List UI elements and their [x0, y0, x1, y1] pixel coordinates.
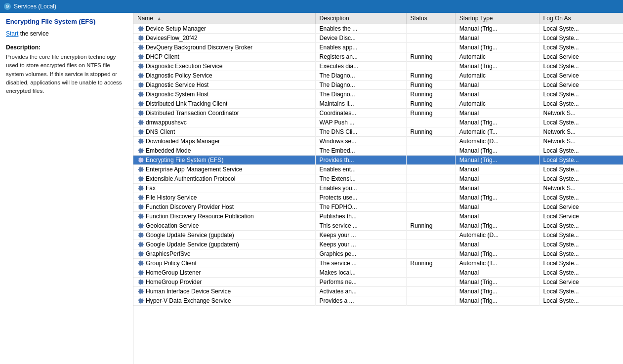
service-status-cell: Running: [406, 90, 455, 99]
table-row[interactable]: Hyper-V Data Exchange ServiceProvides a …: [133, 296, 623, 306]
service-name-text: Hyper-V Data Exchange Service: [146, 297, 231, 304]
service-name-text: Diagnostic Service Host: [146, 81, 208, 88]
table-row[interactable]: Downloaded Maps ManagerWindows se...Auto…: [133, 137, 623, 146]
service-name-cell: Function Discovery Resource Publication: [133, 212, 315, 221]
service-logon-cell: Local Service: [539, 202, 623, 212]
service-status-cell: [406, 118, 455, 127]
sort-arrow-name: ▲: [157, 16, 162, 21]
service-desc-cell: The Diagno...: [315, 71, 406, 81]
service-startup-cell: Manual: [455, 109, 539, 118]
service-startup-cell: Manual (Trig...: [455, 43, 539, 52]
service-status-cell: [406, 156, 455, 165]
table-row[interactable]: Encrypting File System (EFS)Provides th.…: [133, 156, 623, 165]
service-icon: [137, 269, 144, 276]
service-status-cell: [406, 146, 455, 156]
table-row[interactable]: dmwappushsvcWAP Push ...Manual (Trig...L…: [133, 118, 623, 127]
service-startup-cell: Automatic (D...: [455, 231, 539, 240]
service-status-cell: Running: [406, 52, 455, 62]
service-startup-cell: Manual (Trig...: [455, 24, 539, 34]
service-logon-cell: Local Syste...: [539, 240, 623, 249]
table-row[interactable]: HomeGroup ListenerMakes local...ManualLo…: [133, 268, 623, 278]
table-row[interactable]: Human Interface Device ServiceActivates …: [133, 287, 623, 296]
table-row[interactable]: Diagnostic Execution ServiceExecutes dia…: [133, 62, 623, 71]
table-row[interactable]: Google Update Service (gupdatem)Keeps yo…: [133, 240, 623, 249]
table-row[interactable]: Distributed Transaction CoordinatorCoord…: [133, 109, 623, 118]
service-desc-cell: Windows se...: [315, 137, 406, 146]
service-status-cell: [406, 43, 455, 52]
service-status-cell: Running: [406, 221, 455, 231]
table-row[interactable]: Enterprise App Management ServiceEnables…: [133, 165, 623, 174]
service-startup-cell: Manual (Trig...: [455, 156, 539, 165]
service-name-cell: Enterprise App Management Service: [133, 165, 315, 174]
service-desc-cell: Enables ent...: [315, 165, 406, 174]
service-name-cell: DevicesFlow_20f42: [133, 34, 315, 43]
service-name-text: Fax: [146, 185, 156, 192]
service-startup-cell: Manual (Trig...: [455, 287, 539, 296]
service-startup-cell: Manual (Trig...: [455, 296, 539, 306]
table-row[interactable]: GraphicsPerfSvcGraphics pe...Manual (Tri…: [133, 249, 623, 259]
table-row[interactable]: DevicesFlow_20f42Device Disc...ManualLoc…: [133, 34, 623, 43]
start-link[interactable]: Start: [6, 30, 18, 37]
service-name-text: Google Update Service (gupdate): [146, 232, 234, 239]
col-header-description[interactable]: Description: [315, 13, 406, 24]
table-row[interactable]: File History ServiceProtects use...Manua…: [133, 193, 623, 202]
table-row[interactable]: Function Discovery Resource PublicationP…: [133, 212, 623, 221]
service-logon-cell: Local Syste...: [539, 118, 623, 127]
table-row[interactable]: Extensible Authentication ProtocolThe Ex…: [133, 174, 623, 184]
service-icon: [137, 110, 144, 117]
service-logon-cell: Local Service: [539, 81, 623, 90]
service-status-cell: [406, 212, 455, 221]
col-header-logon[interactable]: Log On As: [539, 13, 623, 24]
service-name-cell: Diagnostic Policy Service: [133, 71, 315, 81]
service-name-cell: Downloaded Maps Manager: [133, 137, 315, 146]
service-name-cell: Geolocation Service: [133, 221, 315, 231]
col-header-status[interactable]: Status: [406, 13, 455, 24]
col-header-name[interactable]: Name ▲: [133, 13, 315, 24]
service-logon-cell: Network S...: [539, 184, 623, 193]
service-desc-cell: Makes local...: [315, 268, 406, 278]
service-status-cell: Running: [406, 71, 455, 81]
service-status-cell: [406, 231, 455, 240]
service-status-cell: Running: [406, 81, 455, 90]
panel-title: Encrypting File System (EFS): [6, 18, 127, 25]
service-icon: [137, 157, 144, 163]
table-row[interactable]: FaxEnables you...ManualNetwork S...: [133, 184, 623, 193]
service-name-text: Diagnostic Policy Service: [146, 72, 212, 79]
service-icon: [137, 147, 144, 154]
service-startup-cell: Manual: [455, 268, 539, 278]
service-logon-cell: Local Syste...: [539, 146, 623, 156]
table-row[interactable]: Embedded ModeThe Embed...Manual (Trig...…: [133, 146, 623, 156]
table-row[interactable]: DNS ClientThe DNS Cli...RunningAutomatic…: [133, 127, 623, 137]
table-row[interactable]: Geolocation ServiceThis service ...Runni…: [133, 221, 623, 231]
service-icon: [137, 185, 144, 192]
service-logon-cell: Local Syste...: [539, 249, 623, 259]
service-logon-cell: Local Syste...: [539, 24, 623, 34]
table-row[interactable]: Device Setup ManagerEnables the ...Manua…: [133, 24, 623, 34]
table-row[interactable]: Google Update Service (gupdate)Keeps you…: [133, 231, 623, 240]
table-row[interactable]: Diagnostic Service HostThe Diagno...Runn…: [133, 81, 623, 90]
table-row[interactable]: Distributed Link Tracking ClientMaintain…: [133, 99, 623, 109]
service-desc-cell: Performs ne...: [315, 278, 406, 287]
table-row[interactable]: Diagnostic Policy ServiceThe Diagno...Ru…: [133, 71, 623, 81]
titlebar-label: Services (Local): [14, 3, 56, 10]
service-status-cell: Running: [406, 259, 455, 268]
table-row[interactable]: DHCP ClientRegisters an...RunningAutomat…: [133, 52, 623, 62]
service-startup-cell: Manual (Trig...: [455, 249, 539, 259]
service-name-cell: Diagnostic Execution Service: [133, 62, 315, 71]
table-row[interactable]: HomeGroup ProviderPerforms ne...Manual (…: [133, 278, 623, 287]
service-logon-cell: Local Syste...: [539, 231, 623, 240]
service-name-text: DNS Client: [146, 128, 175, 135]
service-name-text: Distributed Link Tracking Client: [146, 100, 227, 107]
service-status-cell: Running: [406, 99, 455, 109]
service-logon-cell: Local Syste...: [539, 221, 623, 231]
service-startup-cell: Automatic: [455, 71, 539, 81]
table-row[interactable]: Group Policy ClientThe service ...Runnin…: [133, 259, 623, 268]
col-header-startup[interactable]: Startup Type: [455, 13, 539, 24]
service-status-cell: [406, 268, 455, 278]
service-desc-cell: The service ...: [315, 259, 406, 268]
table-row[interactable]: Function Discovery Provider HostThe FDPH…: [133, 202, 623, 212]
service-logon-cell: Local Syste...: [539, 34, 623, 43]
table-row[interactable]: DevQuery Background Discovery BrokerEnab…: [133, 43, 623, 52]
description-text: Provides the core file encryption techno…: [6, 53, 127, 95]
table-row[interactable]: Diagnostic System HostThe Diagno...Runni…: [133, 90, 623, 99]
